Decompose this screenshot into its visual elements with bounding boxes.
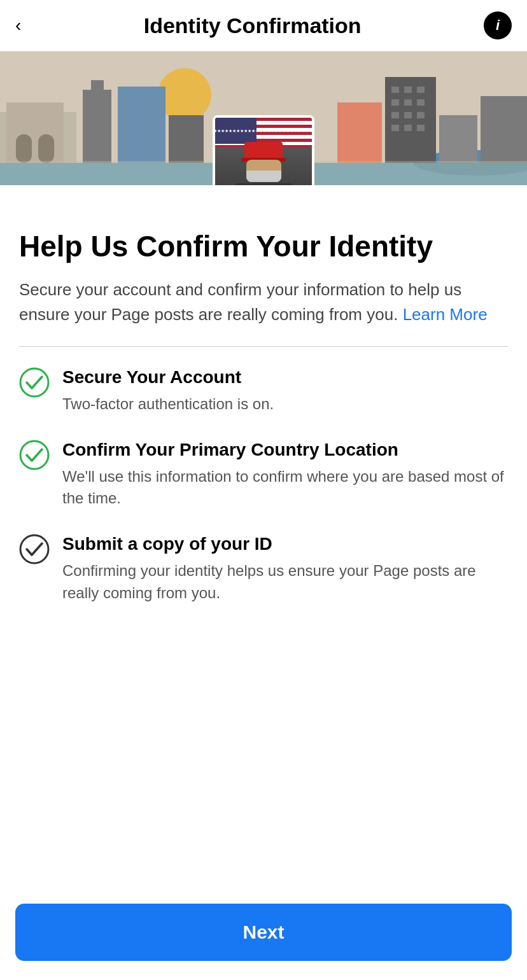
step-item-confirm-country: Confirm Your Primary Country Location We… xyxy=(19,438,508,510)
svg-rect-7 xyxy=(38,134,54,163)
svg-rect-9 xyxy=(91,80,104,93)
svg-rect-10 xyxy=(118,87,165,163)
learn-more-link[interactable]: Learn More xyxy=(403,305,488,324)
svg-point-31 xyxy=(20,535,48,563)
svg-rect-17 xyxy=(391,99,399,106)
svg-rect-26 xyxy=(439,115,477,163)
svg-rect-11 xyxy=(169,115,204,163)
step-text-secure-account: Secure Your Account Two-factor authentic… xyxy=(62,366,274,416)
header: ‹ Identity Confirmation i xyxy=(0,0,527,52)
svg-rect-14 xyxy=(391,87,399,93)
svg-rect-24 xyxy=(404,125,412,131)
step-title-secure-account: Secure Your Account xyxy=(62,366,274,388)
step-item-submit-id: Submit a copy of your ID Confirming your… xyxy=(19,533,508,605)
bottom-bar: Next xyxy=(0,891,527,980)
info-button[interactable]: i xyxy=(484,11,512,39)
svg-rect-12 xyxy=(337,102,382,163)
svg-rect-6 xyxy=(16,134,32,163)
check-circle-empty-icon xyxy=(19,534,50,564)
divider xyxy=(19,346,508,347)
svg-rect-23 xyxy=(391,125,399,131)
svg-point-1 xyxy=(158,68,211,122)
svg-rect-19 xyxy=(417,99,425,106)
step-text-submit-id: Submit a copy of your ID Confirming your… xyxy=(62,533,508,605)
svg-rect-16 xyxy=(417,87,425,93)
svg-point-29 xyxy=(20,368,48,396)
svg-rect-5 xyxy=(6,102,64,163)
svg-rect-21 xyxy=(404,112,412,118)
check-circle-green-icon xyxy=(19,367,50,398)
step-title-confirm-country: Confirm Your Primary Country Location xyxy=(62,438,508,461)
info-icon: i xyxy=(496,17,500,34)
back-button[interactable]: ‹ xyxy=(15,17,21,34)
step-desc-submit-id: Confirming your identity helps us ensure… xyxy=(62,560,508,605)
svg-rect-22 xyxy=(417,112,425,118)
svg-rect-25 xyxy=(417,125,425,131)
check-circle-green-icon-2 xyxy=(19,440,50,470)
svg-point-30 xyxy=(20,441,48,469)
steps-list: Secure Your Account Two-factor authentic… xyxy=(19,366,508,605)
step-desc-confirm-country: We'll use this information to confirm wh… xyxy=(62,466,508,510)
profile-photo: ★★★★★★★★★★★★★★★★★★★★★★★★★★★★★★★★★★★★★★★★… xyxy=(213,115,314,185)
step-item-secure-account: Secure Your Account Two-factor authentic… xyxy=(19,366,508,416)
svg-rect-20 xyxy=(391,112,399,118)
step-text-confirm-country: Confirm Your Primary Country Location We… xyxy=(62,438,508,510)
step-title-submit-id: Submit a copy of your ID xyxy=(62,533,508,555)
step-desc-secure-account: Two-factor authentication is on. xyxy=(62,393,274,416)
svg-rect-18 xyxy=(404,99,412,106)
page-description: Secure your account and confirm your inf… xyxy=(19,277,508,327)
page-title: Identity Confirmation xyxy=(21,13,484,38)
main-content: Help Us Confirm Your Identity Secure you… xyxy=(0,185,527,706)
svg-rect-27 xyxy=(481,96,527,163)
svg-rect-15 xyxy=(404,87,412,93)
hero-banner: ★★★★★★★★★★★★★★★★★★★★★★★★★★★★★★★★★★★★★★★★… xyxy=(0,52,527,185)
page-heading: Help Us Confirm Your Identity xyxy=(19,230,508,263)
next-button[interactable]: Next xyxy=(15,904,512,961)
svg-rect-8 xyxy=(83,90,111,163)
